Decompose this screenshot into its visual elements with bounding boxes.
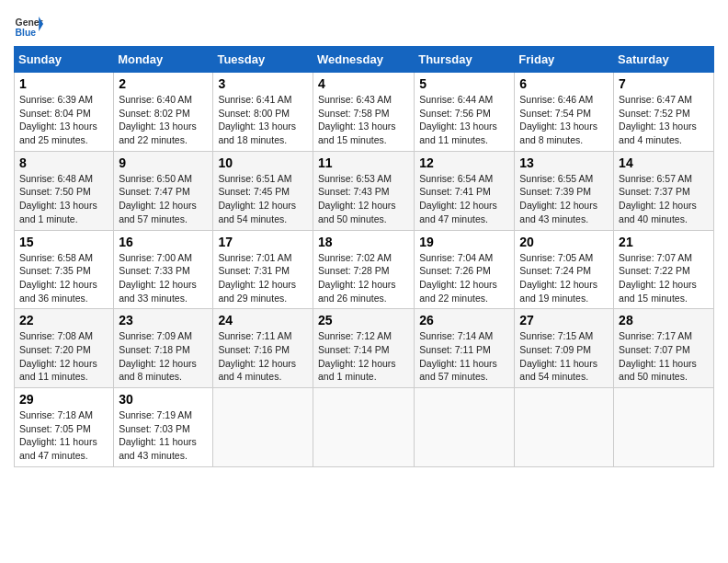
logo: General Blue — [14, 9, 47, 39]
calendar-cell: 14 Sunrise: 6:57 AMSunset: 7:37 PMDaylig… — [614, 151, 714, 230]
day-number: 11 — [318, 155, 409, 170]
day-number: 25 — [318, 313, 409, 327]
day-info: Sunrise: 7:04 AMSunset: 7:26 PMDaylight:… — [419, 252, 497, 304]
day-info: Sunrise: 7:05 AMSunset: 7:24 PMDaylight:… — [519, 252, 597, 304]
day-number: 1 — [19, 76, 108, 91]
day-number: 2 — [119, 76, 208, 91]
day-info: Sunrise: 7:01 AMSunset: 7:31 PMDaylight:… — [218, 252, 296, 304]
calendar-cell — [415, 388, 515, 467]
day-number: 14 — [619, 155, 709, 170]
day-info: Sunrise: 6:54 AMSunset: 7:41 PMDaylight:… — [419, 173, 497, 224]
weekday-header-thursday: Thursday — [415, 47, 515, 73]
calendar-week-5: 29 Sunrise: 7:18 AMSunset: 7:05 PMDaylig… — [15, 388, 714, 467]
calendar-cell: 6 Sunrise: 6:46 AMSunset: 7:54 PMDayligh… — [515, 73, 614, 152]
calendar-cell: 25 Sunrise: 7:12 AMSunset: 7:14 PMDaylig… — [313, 309, 414, 388]
day-number: 9 — [119, 155, 208, 170]
day-info: Sunrise: 6:39 AMSunset: 8:04 PMDaylight:… — [19, 94, 97, 145]
day-info: Sunrise: 6:43 AMSunset: 7:58 PMDaylight:… — [318, 94, 396, 145]
day-info: Sunrise: 6:55 AMSunset: 7:39 PMDaylight:… — [519, 173, 597, 224]
calendar-week-4: 22 Sunrise: 7:08 AMSunset: 7:20 PMDaylig… — [15, 309, 714, 388]
day-info: Sunrise: 6:46 AMSunset: 7:54 PMDaylight:… — [519, 94, 597, 145]
day-info: Sunrise: 7:11 AMSunset: 7:16 PMDaylight:… — [218, 330, 296, 382]
day-number: 21 — [619, 235, 709, 249]
weekday-header-tuesday: Tuesday — [213, 47, 313, 73]
day-number: 17 — [218, 235, 308, 249]
day-number: 16 — [119, 235, 208, 249]
page-container: General Blue SundayMondayTuesdayWednesda… — [0, 0, 728, 477]
calendar-cell: 28 Sunrise: 7:17 AMSunset: 7:07 PMDaylig… — [614, 309, 714, 388]
calendar-cell: 2 Sunrise: 6:40 AMSunset: 8:02 PMDayligh… — [114, 73, 213, 152]
day-number: 10 — [218, 155, 308, 170]
day-number: 27 — [519, 313, 609, 327]
day-info: Sunrise: 7:14 AMSunset: 7:11 PMDaylight:… — [419, 330, 497, 382]
day-number: 8 — [19, 155, 108, 170]
weekday-header-sunday: Sunday — [15, 47, 114, 73]
calendar-cell — [515, 388, 614, 467]
day-info: Sunrise: 6:51 AMSunset: 7:45 PMDaylight:… — [218, 173, 296, 224]
day-info: Sunrise: 7:02 AMSunset: 7:28 PMDaylight:… — [318, 252, 396, 304]
calendar-cell: 30 Sunrise: 7:19 AMSunset: 7:03 PMDaylig… — [114, 388, 213, 467]
calendar-cell: 9 Sunrise: 6:50 AMSunset: 7:47 PMDayligh… — [114, 151, 213, 230]
calendar-cell: 7 Sunrise: 6:47 AMSunset: 7:52 PMDayligh… — [614, 73, 714, 152]
day-number: 20 — [519, 235, 609, 249]
calendar-cell: 19 Sunrise: 7:04 AMSunset: 7:26 PMDaylig… — [415, 230, 515, 309]
day-number: 30 — [119, 392, 208, 407]
day-info: Sunrise: 6:40 AMSunset: 8:02 PMDaylight:… — [119, 94, 197, 145]
calendar-cell: 18 Sunrise: 7:02 AMSunset: 7:28 PMDaylig… — [313, 230, 414, 309]
calendar-cell — [614, 388, 714, 467]
day-number: 23 — [119, 313, 208, 327]
day-number: 13 — [519, 155, 609, 170]
calendar-cell: 20 Sunrise: 7:05 AMSunset: 7:24 PMDaylig… — [515, 230, 614, 309]
day-info: Sunrise: 7:07 AMSunset: 7:22 PMDaylight:… — [619, 252, 697, 304]
header: General Blue — [14, 9, 714, 39]
day-number: 4 — [318, 76, 409, 91]
calendar-week-1: 1 Sunrise: 6:39 AMSunset: 8:04 PMDayligh… — [15, 73, 714, 152]
day-info: Sunrise: 6:58 AMSunset: 7:35 PMDaylight:… — [19, 252, 97, 304]
day-info: Sunrise: 7:09 AMSunset: 7:18 PMDaylight:… — [119, 330, 197, 382]
calendar-cell — [213, 388, 313, 467]
calendar-cell: 17 Sunrise: 7:01 AMSunset: 7:31 PMDaylig… — [213, 230, 313, 309]
weekday-header-saturday: Saturday — [614, 47, 714, 73]
day-number: 24 — [218, 313, 308, 327]
day-info: Sunrise: 6:57 AMSunset: 7:37 PMDaylight:… — [619, 173, 697, 224]
day-number: 28 — [619, 313, 709, 327]
day-info: Sunrise: 7:00 AMSunset: 7:33 PMDaylight:… — [119, 252, 197, 304]
calendar-table: SundayMondayTuesdayWednesdayThursdayFrid… — [14, 46, 714, 467]
logo-icon: General Blue — [14, 9, 43, 39]
day-info: Sunrise: 7:08 AMSunset: 7:20 PMDaylight:… — [19, 330, 97, 382]
day-info: Sunrise: 7:18 AMSunset: 7:05 PMDaylight:… — [19, 409, 97, 461]
calendar-cell: 15 Sunrise: 6:58 AMSunset: 7:35 PMDaylig… — [15, 230, 114, 309]
calendar-cell: 23 Sunrise: 7:09 AMSunset: 7:18 PMDaylig… — [114, 309, 213, 388]
calendar-week-2: 8 Sunrise: 6:48 AMSunset: 7:50 PMDayligh… — [15, 151, 714, 230]
calendar-cell: 16 Sunrise: 7:00 AMSunset: 7:33 PMDaylig… — [114, 230, 213, 309]
weekday-header-friday: Friday — [515, 47, 614, 73]
day-number: 6 — [519, 76, 609, 91]
calendar-cell: 11 Sunrise: 6:53 AMSunset: 7:43 PMDaylig… — [313, 151, 414, 230]
day-info: Sunrise: 6:47 AMSunset: 7:52 PMDaylight:… — [619, 94, 697, 145]
day-info: Sunrise: 6:41 AMSunset: 8:00 PMDaylight:… — [218, 94, 296, 145]
weekday-header-row: SundayMondayTuesdayWednesdayThursdayFrid… — [15, 47, 714, 73]
calendar-cell: 1 Sunrise: 6:39 AMSunset: 8:04 PMDayligh… — [15, 73, 114, 152]
calendar-cell: 29 Sunrise: 7:18 AMSunset: 7:05 PMDaylig… — [15, 388, 114, 467]
calendar-cell: 22 Sunrise: 7:08 AMSunset: 7:20 PMDaylig… — [15, 309, 114, 388]
day-number: 18 — [318, 235, 409, 249]
day-number: 22 — [19, 313, 108, 327]
calendar-cell: 21 Sunrise: 7:07 AMSunset: 7:22 PMDaylig… — [614, 230, 714, 309]
calendar-cell: 4 Sunrise: 6:43 AMSunset: 7:58 PMDayligh… — [313, 73, 414, 152]
day-info: Sunrise: 7:12 AMSunset: 7:14 PMDaylight:… — [318, 330, 396, 382]
weekday-header-wednesday: Wednesday — [313, 47, 414, 73]
day-info: Sunrise: 6:48 AMSunset: 7:50 PMDaylight:… — [19, 173, 97, 224]
svg-text:Blue: Blue — [16, 28, 37, 38]
day-number: 3 — [218, 76, 308, 91]
calendar-cell: 10 Sunrise: 6:51 AMSunset: 7:45 PMDaylig… — [213, 151, 313, 230]
day-info: Sunrise: 7:15 AMSunset: 7:09 PMDaylight:… — [519, 330, 597, 382]
calendar-cell: 13 Sunrise: 6:55 AMSunset: 7:39 PMDaylig… — [515, 151, 614, 230]
day-info: Sunrise: 7:17 AMSunset: 7:07 PMDaylight:… — [619, 330, 697, 382]
calendar-cell: 27 Sunrise: 7:15 AMSunset: 7:09 PMDaylig… — [515, 309, 614, 388]
calendar-week-3: 15 Sunrise: 6:58 AMSunset: 7:35 PMDaylig… — [15, 230, 714, 309]
calendar-cell: 26 Sunrise: 7:14 AMSunset: 7:11 PMDaylig… — [415, 309, 515, 388]
calendar-cell: 3 Sunrise: 6:41 AMSunset: 8:00 PMDayligh… — [213, 73, 313, 152]
day-number: 19 — [419, 235, 509, 249]
day-info: Sunrise: 7:19 AMSunset: 7:03 PMDaylight:… — [119, 409, 197, 461]
day-number: 29 — [19, 392, 108, 407]
